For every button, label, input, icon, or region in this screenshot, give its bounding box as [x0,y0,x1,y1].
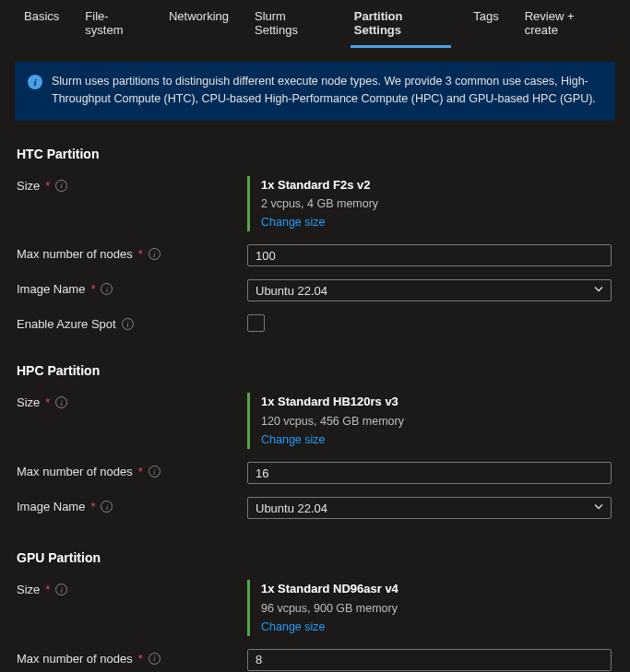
hpc-size-name: 1x Standard HB120rs v3 [261,393,613,412]
hpc-section-title: HPC Partition [0,354,630,389]
htc-size-block: 1x Standard F2s v2 2 vcpus, 4 GB memory … [247,176,613,232]
info-icon: i [28,75,42,89]
required-marker: * [138,652,143,666]
help-icon[interactable]: i [149,466,160,477]
help-icon[interactable]: i [55,584,67,595]
help-icon[interactable]: i [55,180,67,192]
help-icon[interactable]: i [55,396,67,408]
tab-file-system[interactable]: File-system [72,0,156,48]
gpu-size-label: Size [17,583,40,596]
htc-maxnodes-input[interactable] [247,244,612,266]
gpu-change-size-link[interactable]: Change size [261,618,613,636]
gpu-maxnodes-input[interactable] [247,649,612,671]
htc-image-select[interactable] [247,279,612,301]
hpc-maxnodes-label: Max number of nodes [17,465,133,478]
required-marker: * [45,583,50,596]
info-banner: i Slurm uses partitions to distinguish d… [15,62,615,121]
info-banner-text: Slurm uses partitions to distinguish dif… [52,73,602,108]
hpc-size-label: Size [17,395,40,409]
tab-tags[interactable]: Tags [460,0,511,48]
htc-maxnodes-label: Max number of nodes [17,247,133,261]
hpc-maxnodes-input[interactable] [247,462,612,484]
required-marker: * [45,395,50,409]
htc-spot-checkbox[interactable] [247,314,265,332]
required-marker: * [138,247,143,261]
tab-partition-settings[interactable]: Partition Settings [341,0,461,48]
hpc-size-detail: 120 vcpus, 456 GB memory [261,412,613,430]
hpc-image-select[interactable] [247,497,612,519]
hpc-image-label: Image Name [17,500,85,513]
htc-section-title: HTC Partition [0,137,630,172]
htc-image-value[interactable] [247,279,612,301]
required-marker: * [138,465,143,478]
htc-size-name: 1x Standard F2s v2 [261,176,613,195]
gpu-size-detail: 96 vcpus, 900 GB memory [261,599,613,618]
gpu-size-block: 1x Standard ND96asr v4 96 vcpus, 900 GB … [247,580,613,636]
hpc-size-block: 1x Standard HB120rs v3 120 vcpus, 456 GB… [247,393,613,449]
tab-bar: Basics File-system Networking Slurm Sett… [0,0,630,49]
htc-change-size-link[interactable]: Change size [261,213,613,231]
htc-size-label: Size [17,179,40,193]
hpc-change-size-link[interactable]: Change size [261,430,613,449]
help-icon[interactable]: i [122,318,134,330]
help-icon[interactable]: i [149,653,160,665]
tab-review-create[interactable]: Review + create [512,0,619,48]
htc-size-detail: 2 vcpus, 4 GB memory [261,195,613,213]
help-icon[interactable]: i [101,501,113,513]
htc-image-label: Image Name [17,282,85,296]
tab-slurm-settings[interactable]: Slurm Settings [242,0,341,48]
help-icon[interactable]: i [101,283,113,295]
help-icon[interactable]: i [149,248,160,260]
htc-spot-label: Enable Azure Spot [17,317,116,331]
gpu-maxnodes-label: Max number of nodes [17,652,133,666]
required-marker: * [90,282,95,296]
gpu-size-name: 1x Standard ND96asr v4 [261,580,613,599]
hpc-image-value[interactable] [247,497,612,519]
required-marker: * [45,179,50,193]
tab-basics[interactable]: Basics [11,0,72,48]
gpu-section-title: GPU Partition [0,541,630,576]
required-marker: * [90,500,95,513]
tab-networking[interactable]: Networking [156,0,242,48]
